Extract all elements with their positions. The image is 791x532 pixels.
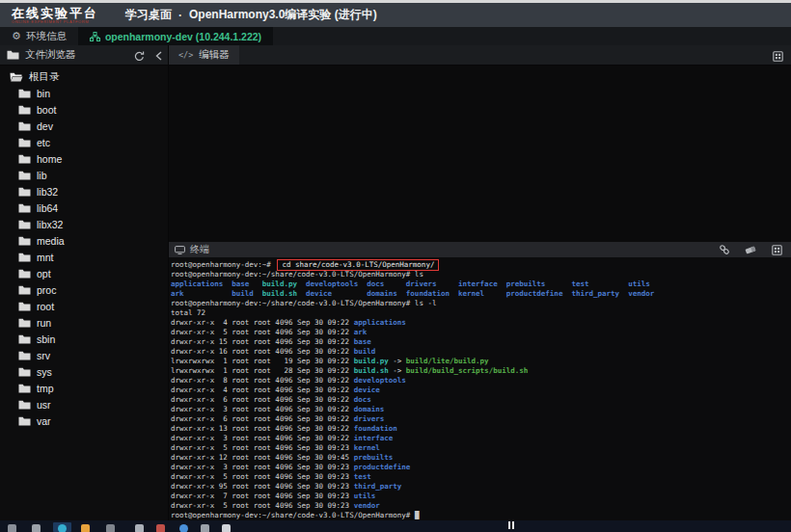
folder-icon: [18, 351, 31, 360]
terminal-line: drwxr-xr-x 6 root root 4096 Sep 30 09:22…: [171, 395, 791, 405]
folder-icon: [18, 89, 31, 98]
terminal-header: 终端: [168, 242, 791, 257]
terminal-line: drwxr-xr-x 3 root root 4096 Sep 30 09:22…: [171, 405, 791, 414]
code-icon: </>: [178, 50, 193, 60]
sidebar-folder[interactable]: mnt: [0, 249, 168, 265]
terminal-line: lrwxrwxrwx 1 root root 28 Sep 30 09:22 b…: [171, 366, 791, 376]
terminal-line: drwxr-xr-x 13 root root 4096 Sep 30 09:2…: [171, 424, 791, 434]
terminal-tab[interactable]: 终端: [175, 243, 209, 256]
sidebar-folder[interactable]: media: [0, 232, 168, 249]
terminal-title: 终端: [190, 243, 209, 256]
terminal-line: total 72: [171, 308, 791, 318]
taskbar-app-7-icon[interactable]: [201, 524, 209, 532]
folder-icon: [18, 203, 31, 213]
terminal-line: root@openharmony-dev:~/share/code-v3.0-L…: [171, 270, 791, 279]
refresh-button[interactable]: [132, 49, 146, 63]
tab-environment-info[interactable]: ⚙ 环境信息: [0, 27, 78, 45]
terminal-line: root@openharmony-dev:~/share/code-v3.0-L…: [171, 299, 791, 308]
sidebar-folder[interactable]: usr: [0, 396, 168, 412]
sidebar-folder[interactable]: tmp: [0, 380, 168, 396]
terminal-line: drwxr-xr-x 5 root root 4096 Sep 30 09:23…: [171, 472, 791, 482]
sidebar-folder[interactable]: run: [0, 314, 168, 331]
taskbar-folder-icon[interactable]: [81, 524, 90, 532]
terminal-line: drwxr-xr-x 95 root root 4096 Sep 30 09:2…: [171, 482, 791, 492]
link-icon[interactable]: [718, 243, 731, 256]
terminal-line: root@openharmony-dev:~# cd share/code-v3…: [171, 260, 791, 270]
eraser-icon[interactable]: [744, 243, 757, 256]
environment-tab-bar: ⚙ 环境信息 openharmony-dev (10.244.1.222): [0, 27, 791, 45]
sidebar-folder[interactable]: dev: [0, 118, 168, 134]
folder-icon: [18, 384, 31, 393]
sidebar-folder[interactable]: etc: [0, 134, 168, 150]
terminal-line: drwxr-xr-x 8 root root 4096 Sep 30 09:22…: [171, 376, 791, 386]
sidebar-folder[interactable]: boot: [0, 101, 168, 118]
sidebar-folder[interactable]: root: [0, 298, 168, 314]
terminal-icon: [175, 246, 185, 254]
terminal-line: drwxr-xr-x 7 root root 4096 Sep 30 09:23…: [171, 492, 791, 501]
tab-openharmony-dev-label: openharmony-dev (10.244.1.222): [105, 31, 261, 42]
taskbar-browser-icon[interactable]: [58, 524, 67, 532]
folder-icon: [18, 269, 31, 279]
folder-icon: [7, 50, 19, 60]
platform-logo-subtitle: ONLINE EXPERIMENT PLATFORM: [12, 20, 98, 24]
tab-environment-info-label: 环境信息: [26, 30, 67, 43]
sidebar-folder[interactable]: srv: [0, 347, 168, 363]
taskbar-app-6-icon[interactable]: [179, 524, 188, 532]
terminal-line: ark build build.sh device domains founda…: [171, 289, 791, 299]
taskbar-app-2-icon[interactable]: [32, 524, 41, 532]
taskbar-app-1-icon[interactable]: [8, 524, 16, 532]
taskbar-app-4-icon[interactable]: [135, 524, 144, 532]
terminal-output[interactable]: root@openharmony-dev:~# cd share/code-v3…: [168, 257, 791, 520]
terminal-line: drwxr-xr-x 5 root root 4096 Sep 30 09:22…: [171, 328, 791, 337]
sidebar-root-label: 根目录: [29, 70, 60, 84]
terminal-line: drwxr-xr-x 4 root root 4096 Sep 30 09:22…: [171, 318, 791, 328]
folder-icon: [18, 138, 31, 147]
folder-icon: [18, 334, 31, 344]
sidebar-folder[interactable]: var: [0, 412, 168, 429]
file-browser-panel: 根目录 bin boot dev etc home: [0, 66, 168, 520]
sidebar-folder[interactable]: sys: [0, 363, 168, 380]
folder-icon: [18, 302, 31, 311]
folder-icon: [18, 154, 31, 164]
folder-icon: [18, 236, 31, 246]
folder-icon: [18, 171, 31, 180]
sidebar-folder[interactable]: libx32: [0, 216, 168, 232]
terminal-line: drwxr-xr-x 4 root root 4096 Sep 30 09:22…: [171, 386, 791, 395]
terminal-line: drwxr-xr-x 3 root root 4096 Sep 30 09:22…: [171, 434, 791, 443]
sidebar-folder[interactable]: lib32: [0, 183, 168, 200]
sidebar-folder[interactable]: bin: [0, 85, 168, 101]
taskbar-app-3-icon[interactable]: [106, 524, 115, 532]
folder-icon: [18, 253, 31, 262]
sidebar-folder[interactable]: lib64: [0, 200, 168, 216]
taskbar-app-8-icon[interactable]: [222, 524, 231, 532]
terminal-line: applications base build.py developtools …: [171, 279, 791, 289]
sidebar-root-folder[interactable]: 根目录: [0, 68, 168, 85]
tab-openharmony-dev[interactable]: openharmony-dev (10.244.1.222): [78, 27, 273, 45]
collapse-sidebar-button[interactable]: [151, 49, 165, 63]
open-folder-icon: [10, 72, 23, 82]
os-taskbar: [0, 520, 791, 532]
terminal-line: drwxr-xr-x 5 root root 4096 Sep 30 09:23…: [171, 443, 791, 453]
sidebar-folder[interactable]: lib: [0, 167, 168, 183]
editor-content[interactable]: [168, 66, 791, 242]
taskbar-tick: [512, 521, 514, 529]
app-screen: 在线实验平台 ONLINE EXPERIMENT PLATFORM 学习桌面 ·…: [0, 0, 791, 532]
terminal-line: drwxr-xr-x 3 root root 4096 Sep 30 09:23…: [171, 463, 791, 472]
editor-expand-icon[interactable]: [771, 49, 784, 63]
terminal-expand-icon[interactable]: [770, 243, 783, 256]
tab-editor[interactable]: </> 编辑器: [169, 45, 239, 65]
file-tree-children: bin boot dev etc home lib lib32: [0, 85, 168, 429]
taskbar-app-5-icon[interactable]: [156, 524, 165, 532]
terminal-actions: [718, 243, 783, 256]
sidebar-folder[interactable]: proc: [0, 281, 168, 298]
sidebar-folder[interactable]: sbin: [0, 331, 168, 347]
terminal-cursor: █: [415, 511, 420, 519]
sidebar-folder[interactable]: opt: [0, 265, 168, 281]
title-separator: ·: [178, 9, 182, 22]
sidebar-folder[interactable]: home: [0, 150, 168, 167]
desktop-label: 学习桌面: [125, 7, 172, 23]
file-browser-header: 文件浏览器: [7, 45, 76, 65]
cluster-icon: [90, 32, 100, 41]
terminal-line: drwxr-xr-x 6 root root 4096 Sep 30 09:22…: [171, 414, 791, 424]
app-header: 在线实验平台 ONLINE EXPERIMENT PLATFORM 学习桌面 ·…: [0, 3, 791, 27]
